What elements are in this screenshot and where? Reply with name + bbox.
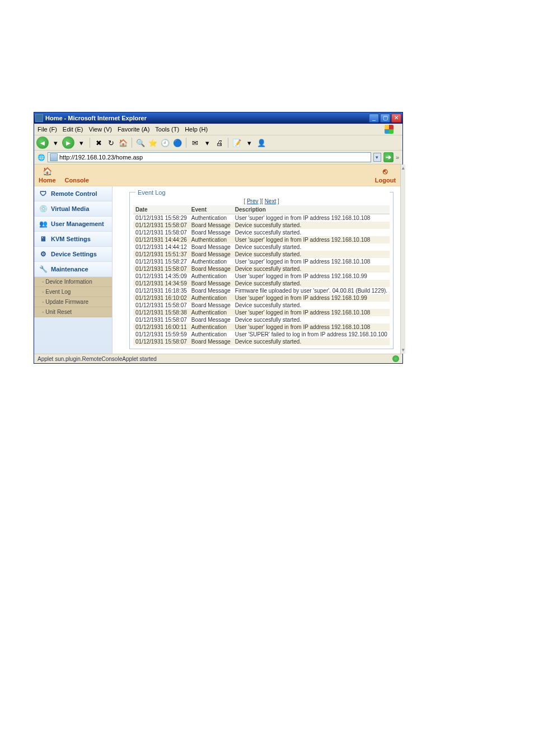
cell-event: Board Message bbox=[189, 243, 233, 251]
subnav-item-update-firmware[interactable]: Update Firmware bbox=[34, 297, 112, 307]
cell-event: Board Message bbox=[189, 265, 233, 273]
mail-button[interactable]: ✉ bbox=[189, 137, 200, 148]
col-description: Description bbox=[233, 205, 390, 214]
cell-event: Authentication bbox=[189, 214, 233, 222]
address-bar: 🌐 http://192.168.10.23/home.asp ▾ ➔ » bbox=[34, 151, 402, 165]
scroll-up-icon[interactable]: ▲ bbox=[401, 166, 405, 171]
cell-desc: Device succesfully started. bbox=[233, 338, 390, 345]
cell-date: 01/12/1931 16:10:02 bbox=[133, 294, 189, 302]
cell-desc: Device succesfully started. bbox=[233, 251, 390, 258]
cell-desc: User 'super' logged in from IP address 1… bbox=[233, 323, 390, 331]
url-text: http://192.168.10.23/home.asp bbox=[59, 154, 143, 161]
cell-event: Authentication bbox=[189, 331, 233, 338]
device-settings-icon: ⚙ bbox=[39, 250, 48, 259]
menu-help[interactable]: Help (H) bbox=[185, 126, 208, 133]
table-row: 01/12/1931 16:10:02AuthenticationUser 's… bbox=[133, 294, 390, 302]
cell-date: 01/12/1931 15:58:07 bbox=[133, 316, 189, 323]
cell-date: 01/12/1931 14:44:26 bbox=[133, 236, 189, 243]
sidebar-item-kvm-settings[interactable]: 🖥KVM Settings bbox=[34, 232, 112, 247]
pager-next[interactable]: Next bbox=[265, 198, 277, 204]
forward-button[interactable]: ► bbox=[62, 137, 74, 149]
media-button[interactable]: 🔵 bbox=[172, 137, 183, 148]
menu-view[interactable]: View (V) bbox=[89, 126, 112, 133]
discuss-button[interactable]: ▾ bbox=[243, 137, 255, 148]
sidebar-item-maintenance[interactable]: 🔧Maintenance bbox=[34, 262, 112, 277]
sidebar-item-virtual-media[interactable]: 💿Virtual Media bbox=[34, 201, 112, 217]
header-home-link[interactable]: 🏠 Home bbox=[39, 167, 56, 184]
cell-event: Board Message bbox=[189, 316, 233, 323]
col-event: Event bbox=[189, 205, 233, 214]
sidebar-item-device-settings[interactable]: ⚙Device Settings bbox=[34, 247, 112, 262]
subnav-item-unit-reset[interactable]: Unit Reset bbox=[34, 307, 112, 317]
home-icon: 🏠 bbox=[41, 167, 53, 176]
cell-date: 01/12/1931 15:58:07 bbox=[133, 222, 189, 229]
table-row: 01/12/1931 15:58:07Board MessageDevice s… bbox=[133, 229, 390, 236]
stop-button[interactable]: ✖ bbox=[93, 137, 104, 148]
cell-desc: User 'super' logged in from IP address 1… bbox=[233, 236, 390, 243]
menu-favorites[interactable]: Favorite (A) bbox=[118, 126, 149, 133]
cell-desc: Device succesfully started. bbox=[233, 280, 390, 287]
table-row: 01/12/1931 16:00:11AuthenticationUser 's… bbox=[133, 323, 390, 331]
cell-event: Board Message bbox=[189, 229, 233, 236]
mail-dropdown[interactable]: ▾ bbox=[202, 137, 213, 148]
cell-event: Board Message bbox=[189, 251, 233, 258]
remote-control-icon: 🛡 bbox=[39, 189, 48, 198]
ie-icon bbox=[35, 114, 43, 122]
back-dropdown[interactable]: ▾ bbox=[50, 137, 61, 148]
sidebar-item-remote-control[interactable]: 🛡Remote Control bbox=[34, 186, 112, 201]
cell-desc: Device succesfully started. bbox=[233, 316, 390, 323]
scroll-down-icon[interactable]: ▼ bbox=[401, 348, 405, 353]
menu-edit[interactable]: Edit (E) bbox=[63, 126, 83, 133]
go-button[interactable]: ➔ bbox=[383, 152, 394, 162]
favorites-button[interactable]: ⭐ bbox=[147, 137, 158, 148]
header-logout-link[interactable]: ⎋ Logout bbox=[375, 167, 396, 184]
cell-event: Authentication bbox=[189, 294, 233, 302]
cell-desc: Device succesfully started. bbox=[233, 243, 390, 251]
minimize-button[interactable]: _ bbox=[369, 114, 379, 123]
table-row: 01/12/1931 14:44:12Board MessageDevice s… bbox=[133, 243, 390, 251]
cell-date: 01/12/1931 15:58:07 bbox=[133, 229, 189, 236]
address-input[interactable]: http://192.168.10.23/home.asp bbox=[48, 152, 371, 162]
subnav-item-event-log[interactable]: Event Log bbox=[34, 287, 112, 297]
table-row: 01/12/1931 16:18:35Board MessageFirmware… bbox=[133, 287, 390, 294]
history-button[interactable]: 🕘 bbox=[160, 137, 171, 148]
sidebar-item-user-management[interactable]: 👥User Management bbox=[34, 217, 112, 232]
address-dropdown[interactable]: ▾ bbox=[373, 153, 381, 162]
event-log-panel: Event Log [ Prev ][ Next ] Date Event De… bbox=[129, 192, 394, 349]
pager-prev[interactable]: Prev bbox=[247, 198, 259, 204]
forward-dropdown[interactable]: ▾ bbox=[76, 137, 87, 148]
maintenance-icon: 🔧 bbox=[39, 265, 48, 274]
cell-event: Board Message bbox=[189, 302, 233, 309]
menu-tools[interactable]: Tools (T) bbox=[155, 126, 179, 133]
header-logout-label: Logout bbox=[375, 177, 396, 184]
toolbar: ◄ ▾ ► ▾ ✖ ↻ 🏠 🔍 ⭐ 🕘 🔵 ✉ ▾ 🖨 📝 ▾ 👤 bbox=[34, 135, 402, 151]
user-management-icon: 👥 bbox=[39, 219, 48, 228]
menu-file[interactable]: File (F) bbox=[38, 126, 57, 133]
search-button[interactable]: 🔍 bbox=[135, 137, 146, 148]
vertical-scrollbar[interactable]: ▲ ▼ bbox=[400, 165, 405, 354]
main-content: Event Log [ Prev ][ Next ] Date Event De… bbox=[113, 186, 400, 354]
messenger-icon[interactable]: 👤 bbox=[256, 137, 267, 148]
internet-zone-icon bbox=[392, 355, 399, 362]
page-header: 🏠 Home Console ⎋ Logout bbox=[34, 165, 400, 186]
cell-date: 01/12/1931 16:00:11 bbox=[133, 323, 189, 331]
cell-date: 01/12/1931 14:35:09 bbox=[133, 273, 189, 280]
maximize-button[interactable]: ▢ bbox=[380, 114, 390, 123]
titlebar: Home - Microsoft Internet Explorer _ ▢ ✕ bbox=[34, 112, 402, 124]
sidebar-item-label: Device Settings bbox=[51, 251, 97, 257]
cell-event: Authentication bbox=[189, 309, 233, 316]
statusbar: Applet sun.plugin.RemoteConsoleApplet st… bbox=[34, 354, 402, 363]
table-row: 01/12/1931 15:58:07Board MessageDevice s… bbox=[133, 316, 390, 323]
cell-date: 01/12/1931 16:18:35 bbox=[133, 287, 189, 294]
home-button[interactable]: 🏠 bbox=[118, 137, 129, 148]
subnav-item-device-information[interactable]: Device Information bbox=[34, 277, 112, 287]
print-button[interactable]: 🖨 bbox=[214, 137, 225, 148]
links-label[interactable]: » bbox=[396, 154, 399, 161]
close-button[interactable]: ✕ bbox=[391, 114, 401, 123]
header-console-link[interactable]: Console bbox=[65, 177, 89, 184]
edit-button[interactable]: 📝 bbox=[231, 137, 242, 148]
back-button[interactable]: ◄ bbox=[36, 137, 49, 149]
sidebar-item-label: Maintenance bbox=[51, 266, 88, 273]
refresh-button[interactable]: ↻ bbox=[105, 137, 116, 148]
sidebar-item-label: Virtual Media bbox=[51, 205, 89, 212]
